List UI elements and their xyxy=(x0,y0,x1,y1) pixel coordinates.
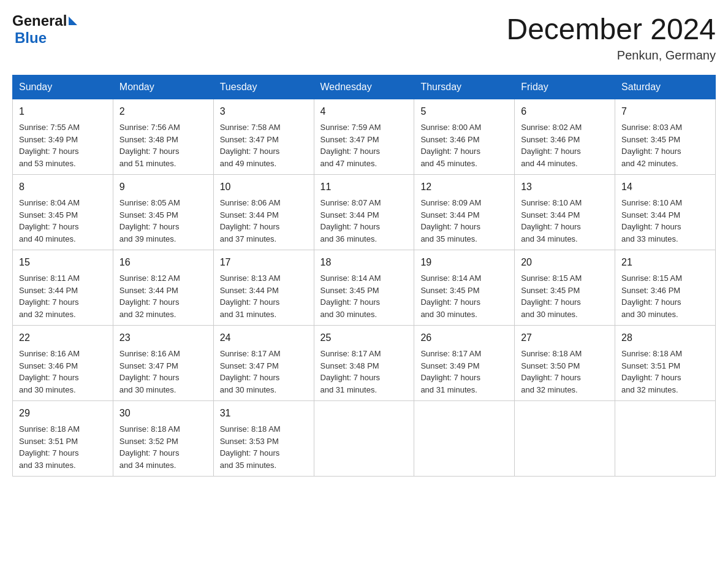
month-title: December 2024 xyxy=(506,12,716,46)
calendar-cell[interactable]: 14 Sunrise: 8:10 AM Sunset: 3:44 PM Dayl… xyxy=(615,175,716,250)
calendar-cell[interactable]: 7 Sunrise: 8:03 AM Sunset: 3:45 PM Dayli… xyxy=(615,99,716,175)
calendar-cell[interactable]: 27 Sunrise: 8:18 AM Sunset: 3:50 PM Dayl… xyxy=(515,326,615,401)
day-number: 30 xyxy=(119,406,207,421)
day-info: Sunrise: 8:13 AM Sunset: 3:44 PM Dayligh… xyxy=(220,272,308,320)
day-number: 20 xyxy=(521,255,609,270)
logo: General Blue xyxy=(12,12,77,47)
week-row-1: 1 Sunrise: 7:55 AM Sunset: 3:49 PM Dayli… xyxy=(13,99,716,175)
calendar-cell[interactable]: 21 Sunrise: 8:15 AM Sunset: 3:46 PM Dayl… xyxy=(615,250,716,326)
day-info: Sunrise: 8:17 AM Sunset: 3:47 PM Dayligh… xyxy=(220,348,308,396)
calendar-table: Sunday Monday Tuesday Wednesday Thursday… xyxy=(12,75,716,477)
day-info: Sunrise: 8:11 AM Sunset: 3:44 PM Dayligh… xyxy=(19,272,107,320)
day-info: Sunrise: 8:17 AM Sunset: 3:49 PM Dayligh… xyxy=(420,348,508,396)
header-sunday: Sunday xyxy=(13,75,113,99)
week-row-4: 22 Sunrise: 8:16 AM Sunset: 3:46 PM Dayl… xyxy=(13,326,716,401)
day-info: Sunrise: 7:56 AM Sunset: 3:48 PM Dayligh… xyxy=(119,121,207,169)
calendar-cell[interactable] xyxy=(615,401,716,477)
day-number: 21 xyxy=(621,255,709,270)
weekday-header-row: Sunday Monday Tuesday Wednesday Thursday… xyxy=(13,75,716,99)
header-saturday: Saturday xyxy=(615,75,716,99)
day-number: 26 xyxy=(420,331,508,345)
day-number: 5 xyxy=(420,104,508,119)
calendar-cell[interactable]: 1 Sunrise: 7:55 AM Sunset: 3:49 PM Dayli… xyxy=(13,99,113,175)
calendar-cell[interactable]: 4 Sunrise: 7:59 AM Sunset: 3:47 PM Dayli… xyxy=(314,99,414,175)
day-number: 19 xyxy=(420,255,508,270)
calendar-cell[interactable]: 26 Sunrise: 8:17 AM Sunset: 3:49 PM Dayl… xyxy=(414,326,515,401)
logo-blue-text: Blue xyxy=(15,29,47,47)
calendar-cell[interactable]: 25 Sunrise: 8:17 AM Sunset: 3:48 PM Dayl… xyxy=(314,326,414,401)
calendar-cell[interactable]: 3 Sunrise: 7:58 AM Sunset: 3:47 PM Dayli… xyxy=(213,99,314,175)
calendar-cell[interactable]: 12 Sunrise: 8:09 AM Sunset: 3:44 PM Dayl… xyxy=(414,175,515,250)
day-info: Sunrise: 7:58 AM Sunset: 3:47 PM Dayligh… xyxy=(220,121,308,169)
day-number: 24 xyxy=(220,331,308,345)
day-info: Sunrise: 8:17 AM Sunset: 3:48 PM Dayligh… xyxy=(320,348,408,396)
calendar-cell[interactable]: 19 Sunrise: 8:14 AM Sunset: 3:45 PM Dayl… xyxy=(414,250,515,326)
title-section: December 2024 Penkun, Germany xyxy=(506,12,716,63)
day-info: Sunrise: 8:00 AM Sunset: 3:46 PM Dayligh… xyxy=(420,121,508,169)
week-row-2: 8 Sunrise: 8:04 AM Sunset: 3:45 PM Dayli… xyxy=(13,175,716,250)
calendar-cell[interactable] xyxy=(314,401,414,477)
calendar-cell[interactable]: 28 Sunrise: 8:18 AM Sunset: 3:51 PM Dayl… xyxy=(615,326,716,401)
header-tuesday: Tuesday xyxy=(213,75,314,99)
day-number: 17 xyxy=(220,255,308,270)
calendar-cell[interactable]: 2 Sunrise: 7:56 AM Sunset: 3:48 PM Dayli… xyxy=(113,99,213,175)
calendar-cell[interactable]: 20 Sunrise: 8:15 AM Sunset: 3:45 PM Dayl… xyxy=(515,250,615,326)
day-number: 9 xyxy=(119,180,207,194)
calendar-cell[interactable]: 8 Sunrise: 8:04 AM Sunset: 3:45 PM Dayli… xyxy=(13,175,113,250)
day-info: Sunrise: 8:18 AM Sunset: 3:53 PM Dayligh… xyxy=(220,423,308,471)
calendar-cell[interactable]: 15 Sunrise: 8:11 AM Sunset: 3:44 PM Dayl… xyxy=(13,250,113,326)
header-wednesday: Wednesday xyxy=(314,75,414,99)
page-header: General Blue December 2024 Penkun, Germa… xyxy=(12,12,716,63)
day-info: Sunrise: 8:12 AM Sunset: 3:44 PM Dayligh… xyxy=(119,272,207,320)
calendar-cell[interactable]: 24 Sunrise: 8:17 AM Sunset: 3:47 PM Dayl… xyxy=(213,326,314,401)
day-number: 2 xyxy=(119,104,207,119)
day-number: 4 xyxy=(320,104,408,119)
calendar-cell[interactable]: 10 Sunrise: 8:06 AM Sunset: 3:44 PM Dayl… xyxy=(213,175,314,250)
calendar-cell[interactable]: 5 Sunrise: 8:00 AM Sunset: 3:46 PM Dayli… xyxy=(414,99,515,175)
calendar-cell[interactable]: 22 Sunrise: 8:16 AM Sunset: 3:46 PM Dayl… xyxy=(13,326,113,401)
day-info: Sunrise: 8:05 AM Sunset: 3:45 PM Dayligh… xyxy=(119,197,207,245)
calendar-cell[interactable]: 11 Sunrise: 8:07 AM Sunset: 3:44 PM Dayl… xyxy=(314,175,414,250)
day-number: 11 xyxy=(320,180,408,194)
day-info: Sunrise: 8:18 AM Sunset: 3:50 PM Dayligh… xyxy=(521,348,609,396)
day-number: 31 xyxy=(220,406,308,421)
calendar-cell[interactable]: 17 Sunrise: 8:13 AM Sunset: 3:44 PM Dayl… xyxy=(213,250,314,326)
day-number: 7 xyxy=(621,104,709,119)
day-number: 23 xyxy=(119,331,207,345)
day-number: 8 xyxy=(19,180,107,194)
calendar-cell[interactable]: 31 Sunrise: 8:18 AM Sunset: 3:53 PM Dayl… xyxy=(213,401,314,477)
calendar-cell[interactable]: 23 Sunrise: 8:16 AM Sunset: 3:47 PM Dayl… xyxy=(113,326,213,401)
week-row-5: 29 Sunrise: 8:18 AM Sunset: 3:51 PM Dayl… xyxy=(13,401,716,477)
calendar-cell[interactable]: 6 Sunrise: 8:02 AM Sunset: 3:46 PM Dayli… xyxy=(515,99,615,175)
calendar-cell[interactable]: 16 Sunrise: 8:12 AM Sunset: 3:44 PM Dayl… xyxy=(113,250,213,326)
logo-triangle-icon xyxy=(69,17,77,25)
day-number: 22 xyxy=(19,331,107,345)
calendar-cell[interactable]: 18 Sunrise: 8:14 AM Sunset: 3:45 PM Dayl… xyxy=(314,250,414,326)
calendar-cell[interactable] xyxy=(515,401,615,477)
header-thursday: Thursday xyxy=(414,75,515,99)
day-info: Sunrise: 8:16 AM Sunset: 3:47 PM Dayligh… xyxy=(119,348,207,396)
calendar-cell[interactable] xyxy=(414,401,515,477)
calendar-cell[interactable]: 29 Sunrise: 8:18 AM Sunset: 3:51 PM Dayl… xyxy=(13,401,113,477)
logo-general-text: General xyxy=(12,12,67,29)
day-info: Sunrise: 8:10 AM Sunset: 3:44 PM Dayligh… xyxy=(521,197,609,245)
day-info: Sunrise: 8:04 AM Sunset: 3:45 PM Dayligh… xyxy=(19,197,107,245)
calendar-cell[interactable]: 9 Sunrise: 8:05 AM Sunset: 3:45 PM Dayli… xyxy=(113,175,213,250)
day-number: 16 xyxy=(119,255,207,270)
day-number: 27 xyxy=(521,331,609,345)
day-info: Sunrise: 8:18 AM Sunset: 3:52 PM Dayligh… xyxy=(119,423,207,471)
day-number: 3 xyxy=(220,104,308,119)
day-info: Sunrise: 8:03 AM Sunset: 3:45 PM Dayligh… xyxy=(621,121,709,169)
day-info: Sunrise: 8:14 AM Sunset: 3:45 PM Dayligh… xyxy=(320,272,408,320)
day-info: Sunrise: 8:15 AM Sunset: 3:46 PM Dayligh… xyxy=(621,272,709,320)
day-number: 28 xyxy=(621,331,709,345)
day-number: 6 xyxy=(521,104,609,119)
day-info: Sunrise: 8:18 AM Sunset: 3:51 PM Dayligh… xyxy=(19,423,107,471)
header-friday: Friday xyxy=(515,75,615,99)
day-number: 13 xyxy=(521,180,609,194)
header-monday: Monday xyxy=(113,75,213,99)
calendar-cell[interactable]: 13 Sunrise: 8:10 AM Sunset: 3:44 PM Dayl… xyxy=(515,175,615,250)
day-number: 12 xyxy=(420,180,508,194)
calendar-cell[interactable]: 30 Sunrise: 8:18 AM Sunset: 3:52 PM Dayl… xyxy=(113,401,213,477)
day-info: Sunrise: 7:59 AM Sunset: 3:47 PM Dayligh… xyxy=(320,121,408,169)
